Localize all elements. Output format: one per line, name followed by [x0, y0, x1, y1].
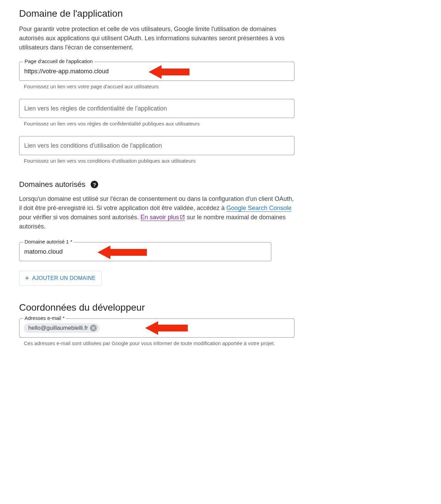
add-domain-button-label: AJOUTER UN DOMAINE	[32, 275, 96, 281]
homepage-input[interactable]	[19, 62, 294, 81]
homepage-input-label: Page d'accueil de l'application	[23, 58, 94, 64]
authorized-domain-1-label: Domaine autorisé 1 *	[23, 239, 74, 244]
terms-input[interactable]	[19, 136, 294, 155]
help-icon[interactable]: ?	[91, 181, 98, 188]
email-addresses-label: Adresses e-mail *	[23, 315, 66, 321]
email-chip: hello@guillaumebielli.fr	[24, 323, 100, 333]
section-title-developer-contact: Coordonnées du développeur	[19, 302, 294, 313]
authorized-domains-description: Lorsqu'un domaine est utilisé sur l'écra…	[19, 194, 294, 231]
email-addresses-helper-text: Ces adresses e-mail sont utilisées par G…	[24, 340, 294, 346]
section-title-app-domain: Domaine de l'application	[19, 8, 294, 19]
external-link-icon	[180, 214, 185, 220]
add-domain-button[interactable]: + AJOUTER UN DOMAINE	[19, 271, 102, 286]
email-addresses-input[interactable]: hello@guillaumebielli.fr	[19, 318, 294, 338]
privacy-policy-helper-text: Fournissez un lien vers vos règles de co…	[24, 121, 294, 127]
privacy-policy-input[interactable]	[19, 99, 294, 118]
terms-helper-text: Fournissez un lien vers vos conditions d…	[24, 158, 294, 164]
google-search-console-link[interactable]: Google Search Console	[226, 205, 291, 212]
authorized-domain-1-input[interactable]	[19, 242, 271, 261]
section-title-authorized-domains: Domaines autorisés	[19, 180, 85, 189]
homepage-helper-text: Fournissez un lien vers votre page d'acc…	[24, 84, 294, 89]
section-description-app-domain: Pour garantir votre protection et celle …	[19, 25, 294, 52]
plus-icon: +	[25, 275, 29, 282]
learn-more-link[interactable]: En savoir plus	[140, 214, 185, 221]
chip-remove-icon[interactable]	[90, 325, 97, 331]
